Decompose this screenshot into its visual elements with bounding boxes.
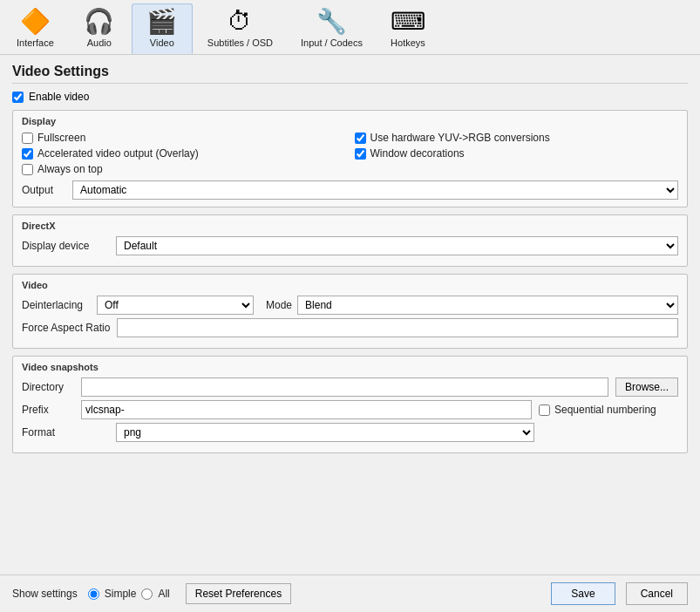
window-decorations-label[interactable]: Window decorations: [370, 147, 465, 160]
force-aspect-ratio-input[interactable]: [117, 318, 678, 337]
video-icon: 🎬: [146, 10, 177, 34]
video-section-title: Video: [22, 280, 678, 290]
format-select[interactable]: png jpg bmp: [116, 423, 534, 442]
snapshot-prefix-row: Prefix Sequential numbering: [22, 400, 678, 419]
directory-label: Directory: [22, 381, 74, 393]
display-section-title: Display: [22, 116, 678, 126]
fullscreen-row: Fullscreen: [22, 132, 346, 144]
fullscreen-checkbox[interactable]: [22, 133, 33, 144]
show-settings-label: Show settings: [12, 588, 78, 600]
deinterlacing-label: Deinterlacing: [22, 299, 92, 311]
radio-group: Simple All: [88, 588, 170, 600]
save-button[interactable]: Save: [551, 582, 615, 605]
tab-hotkeys-label: Hotkeys: [391, 37, 425, 48]
window-decorations-checkbox[interactable]: [355, 148, 366, 160]
page-title: Video Settings: [12, 64, 688, 84]
enable-video-row: Enable video: [12, 91, 688, 103]
use-hardware-yuv-label[interactable]: Use hardware YUV->RGB conversions: [370, 132, 550, 144]
tab-hotkeys[interactable]: ⌨ Hotkeys: [377, 3, 438, 54]
format-row: Format png jpg bmp: [22, 423, 678, 442]
sequential-numbering-checkbox[interactable]: [539, 405, 550, 416]
audio-icon: 🎧: [84, 10, 114, 34]
tab-bar: 🔶 Interface 🎧 Audio 🎬 Video ⏱ Subtitles …: [0, 0, 700, 55]
format-label: Format: [22, 426, 109, 439]
display-section: Display Fullscreen Use hardware YUV->RGB…: [12, 110, 688, 207]
tab-interface-label: Interface: [17, 37, 54, 48]
directx-section-title: DirectX: [22, 221, 678, 231]
display-device-select[interactable]: Default: [116, 236, 678, 255]
tab-video-label: Video: [150, 37, 174, 48]
tab-input-label: Input / Codecs: [301, 37, 363, 48]
cancel-button[interactable]: Cancel: [626, 582, 688, 605]
enable-video-label[interactable]: Enable video: [29, 91, 89, 103]
tab-subtitles-label: Subtitles / OSD: [207, 37, 273, 48]
main-content: Video Settings Enable video Display Full…: [0, 55, 700, 575]
use-hardware-yuv-checkbox[interactable]: [355, 133, 366, 144]
output-row: Output Automatic DirectX (DirectDraw) Op…: [22, 180, 678, 200]
use-hardware-yuv-row: Use hardware YUV->RGB conversions: [355, 132, 679, 144]
prefix-label: Prefix: [22, 404, 74, 416]
interface-icon: 🔶: [20, 10, 51, 34]
deinterlacing-select[interactable]: Off On Automatic: [97, 296, 254, 315]
simple-label[interactable]: Simple: [105, 588, 137, 600]
accelerated-row: Accelerated video output (Overlay): [22, 147, 346, 160]
all-label[interactable]: All: [158, 588, 169, 600]
sequential-numbering-row: Sequential numbering: [539, 404, 678, 416]
force-aspect-ratio-row: Force Aspect Ratio: [22, 318, 678, 337]
enable-video-checkbox[interactable]: [12, 92, 24, 103]
hotkeys-icon: ⌨: [391, 10, 425, 34]
bottom-bar: Show settings Simple All Reset Preferenc…: [0, 575, 700, 612]
accelerated-checkbox[interactable]: [22, 148, 33, 160]
video-section: Video Deinterlacing Off On Automatic Mod…: [12, 274, 688, 349]
force-aspect-ratio-label: Force Aspect Ratio: [22, 322, 110, 334]
tab-video[interactable]: 🎬 Video: [132, 3, 193, 54]
always-on-top-label[interactable]: Always on top: [37, 163, 103, 175]
input-icon: 🔧: [316, 10, 347, 34]
snapshot-section-title: Video snapshots: [22, 362, 678, 372]
directx-section: DirectX Display device Default: [12, 214, 688, 267]
tab-input[interactable]: 🔧 Input / Codecs: [288, 3, 376, 54]
deinterlace-row: Deinterlacing Off On Automatic Mode Blen…: [22, 296, 678, 315]
snapshot-section: Video snapshots Directory Browse... Pref…: [12, 356, 688, 453]
display-device-row: Display device Default: [22, 236, 678, 255]
all-radio[interactable]: [141, 588, 153, 600]
snapshot-directory-row: Directory Browse...: [22, 377, 678, 397]
prefix-input[interactable]: [81, 400, 532, 419]
output-label: Output: [22, 184, 65, 196]
output-select[interactable]: Automatic DirectX (DirectDraw) OpenGL: [72, 180, 678, 200]
display-device-label: Display device: [22, 240, 109, 252]
tab-interface[interactable]: 🔶 Interface: [3, 3, 67, 54]
display-checkboxes: Fullscreen Use hardware YUV->RGB convers…: [22, 132, 678, 177]
directory-input[interactable]: [81, 377, 608, 397]
accelerated-label[interactable]: Accelerated video output (Overlay): [37, 147, 199, 160]
tab-audio-label: Audio: [87, 37, 112, 48]
reset-preferences-button[interactable]: Reset Preferences: [186, 583, 291, 604]
always-on-top-row: Always on top: [22, 163, 346, 175]
subtitles-icon: ⏱: [228, 10, 252, 34]
tab-audio[interactable]: 🎧 Audio: [69, 3, 130, 54]
browse-button[interactable]: Browse...: [615, 377, 678, 397]
always-on-top-checkbox[interactable]: [22, 164, 33, 175]
sequential-numbering-label[interactable]: Sequential numbering: [554, 404, 656, 416]
fullscreen-label[interactable]: Fullscreen: [37, 132, 85, 144]
tab-subtitles[interactable]: ⏱ Subtitles / OSD: [194, 3, 286, 54]
mode-select[interactable]: Blend Bob Linear Mean: [297, 296, 678, 315]
window-decorations-row: Window decorations: [355, 147, 679, 160]
simple-radio[interactable]: [88, 588, 99, 600]
mode-label: Mode: [266, 299, 292, 311]
